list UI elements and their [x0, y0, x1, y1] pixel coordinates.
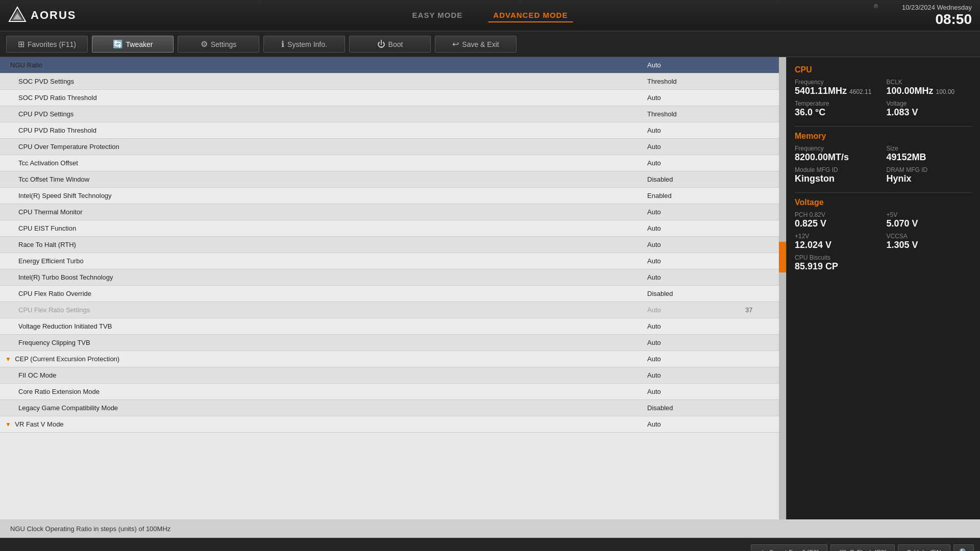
expand-arrow-icon: ▼ [5, 356, 13, 363]
scrollbar-track[interactable] [779, 57, 786, 519]
favorites-button[interactable]: ⊞ Favorites (F11) [6, 36, 88, 53]
cpu-section: CPU Frequency 5401.11MHz 4602.11 BCLK 10… [795, 65, 972, 118]
setting-name: Core Ratio Extension Mode [0, 388, 643, 395]
setting-name: CPU Over Temperature Protection [0, 143, 643, 151]
navbar: ⊞ Favorites (F11) 🔄 Tweaker ⚙ Settings ℹ… [0, 32, 980, 57]
setting-name: ▼ CEP (Current Excursion Protection) [0, 355, 643, 363]
bclk-value: 100.00MHz 100.00 [887, 86, 972, 97]
cpu-biscuits-label: CPU Biscuits [795, 254, 880, 261]
boot-button[interactable]: ⏻ Boot [349, 36, 431, 53]
search-icon: 🔍 [959, 548, 969, 552]
plus5v-label: +5V [887, 211, 972, 218]
table-row[interactable]: CPU Thermal MonitorAuto [0, 204, 786, 220]
table-row[interactable]: Tcc Offset Time WindowDisabled [0, 171, 786, 188]
setting-value: Threshold [643, 110, 745, 118]
table-row[interactable]: NGU RatioAuto [0, 57, 786, 73]
cpu-biscuits-col: CPU Biscuits 85.919 CP [795, 254, 880, 272]
setting-name: CPU EIST Function [0, 224, 643, 232]
setting-value: Auto [643, 306, 745, 314]
qflash-button[interactable]: ▣ Q-Flash [F8] [830, 544, 895, 552]
table-row[interactable]: FII OC ModeAuto [0, 367, 786, 384]
divider-1 [795, 126, 972, 127]
table-row[interactable]: CPU PVD Ratio ThresholdAuto [0, 122, 786, 139]
settings-icon: ⚙ [201, 39, 208, 49]
easy-mode-button[interactable]: EASY MODE [407, 9, 468, 22]
mem-size-value: 49152MB [887, 152, 972, 163]
save-exit-label: Save & Exit [462, 40, 499, 48]
expand-arrow-icon: ▼ [5, 421, 13, 428]
save-exit-icon: ↩ [452, 39, 459, 49]
table-row[interactable]: Legacy Game Compatibility ModeDisabled [0, 400, 786, 416]
mode-switcher: EASY MODE ADVANCED MODE [407, 9, 573, 22]
table-row[interactable]: CPU Over Temperature ProtectionAuto [0, 139, 786, 155]
setting-name: Tcc Activation Offset [0, 159, 643, 167]
setting-value: Auto [643, 339, 745, 346]
vccsa-label: VCCSA [887, 233, 972, 240]
table-row[interactable]: Intel(R) Turbo Boost TechnologyAuto [0, 269, 786, 286]
cpu-freq-col: Frequency 5401.11MHz 4602.11 [795, 79, 880, 97]
setting-value: Auto [643, 257, 745, 265]
tweaker-button[interactable]: 🔄 Tweaker [92, 36, 174, 53]
smart-fan-button[interactable]: ✦ Smart Fan 6 [F6] [751, 544, 828, 552]
aorus-logo-icon [8, 6, 27, 24]
table-row[interactable]: Voltage Reduction Initiated TVBAuto [0, 318, 786, 335]
table-row[interactable]: CPU Flex Ratio SettingsAuto37 [0, 302, 786, 318]
voltage-grid: PCH 0.82V 0.825 V +5V 5.070 V +12V 12.02… [795, 211, 972, 272]
plus12v-value: 12.024 V [795, 240, 880, 251]
table-row[interactable]: CPU PVD SettingsThreshold [0, 106, 786, 122]
cpu-voltage-label: Voltage [887, 100, 972, 107]
table-row[interactable]: ▼ CEP (Current Excursion Protection)Auto [0, 351, 786, 367]
scrollbar-thumb[interactable] [779, 242, 786, 272]
setting-value: Auto [643, 355, 745, 363]
table-row[interactable]: SOC PVD SettingsThreshold [0, 73, 786, 90]
module-mfg-col: Module MFG ID Kingston [795, 166, 880, 185]
favorites-label: Favorites (F11) [28, 40, 76, 48]
cpu-frequency-small: 4602.11 [849, 88, 871, 95]
table-row[interactable]: Intel(R) Speed Shift TechnologyEnabled [0, 188, 786, 204]
setting-value: Threshold [643, 78, 745, 85]
setting-name: Intel(R) Turbo Boost Technology [0, 273, 643, 281]
table-row[interactable]: Race To Halt (RTH)Auto [0, 237, 786, 253]
cpu-frequency-label: Frequency [795, 79, 880, 86]
table-row[interactable]: ▼ VR Fast V ModeAuto [0, 416, 786, 433]
setting-name: Energy Efficient Turbo [0, 257, 643, 265]
mem-freq-col: Frequency 8200.00MT/s [795, 145, 880, 163]
cpu-title: CPU [795, 65, 972, 74]
qflash-icon: ▣ [839, 548, 846, 552]
sysinfo-button[interactable]: ℹ System Info. [263, 36, 345, 53]
datetime: 10/23/2024 Wednesday 08:50 [902, 4, 972, 28]
setting-name: SOC PVD Ratio Threshold [0, 94, 643, 102]
help-button[interactable]: ? Help (F1) [898, 544, 950, 551]
divider-2 [795, 192, 972, 193]
settings-button[interactable]: ⚙ Settings [178, 36, 259, 53]
sysinfo-label: System Info. [287, 40, 327, 48]
table-row[interactable]: CPU Flex Ratio OverrideDisabled [0, 286, 786, 302]
setting-name: CPU Flex Ratio Override [0, 290, 643, 297]
search-button[interactable]: 🔍 [953, 544, 974, 552]
table-row[interactable]: Core Ratio Extension ModeAuto [0, 384, 786, 400]
memory-title: Memory [795, 132, 972, 141]
setting-name: FII OC Mode [0, 371, 643, 379]
table-row[interactable]: SOC PVD Ratio ThresholdAuto [0, 90, 786, 106]
advanced-mode-button[interactable]: ADVANCED MODE [488, 9, 573, 22]
settings-panel[interactable]: NGU RatioAutoSOC PVD SettingsThresholdSO… [0, 57, 786, 519]
cpu-grid: Frequency 5401.11MHz 4602.11 BCLK 100.00… [795, 79, 972, 118]
time-display: 08:50 [902, 11, 972, 28]
setting-value: Disabled [643, 290, 745, 297]
header: AORUS EASY MODE ADVANCED MODE ® 10/23/20… [0, 0, 980, 32]
table-row[interactable]: Energy Efficient TurboAuto [0, 253, 786, 269]
sysinfo-icon: ℹ [281, 39, 284, 49]
mem-frequency-label: Frequency [795, 145, 880, 152]
save-exit-button[interactable]: ↩ Save & Exit [435, 36, 517, 53]
setting-value: Disabled [643, 404, 745, 412]
table-row[interactable]: Frequency Clipping TVBAuto [0, 335, 786, 351]
settings-list: NGU RatioAutoSOC PVD SettingsThresholdSO… [0, 57, 786, 433]
setting-value: Auto [643, 61, 745, 69]
setting-value: Auto [643, 322, 745, 330]
setting-name: CPU PVD Ratio Threshold [0, 127, 643, 134]
table-row[interactable]: CPU EIST FunctionAuto [0, 220, 786, 237]
cpu-voltage-value: 1.083 V [887, 107, 972, 118]
cpu-biscuits-value: 85.919 CP [795, 261, 880, 272]
table-row[interactable]: Tcc Activation OffsetAuto [0, 155, 786, 171]
dram-mfg-value: Hynix [887, 173, 972, 185]
